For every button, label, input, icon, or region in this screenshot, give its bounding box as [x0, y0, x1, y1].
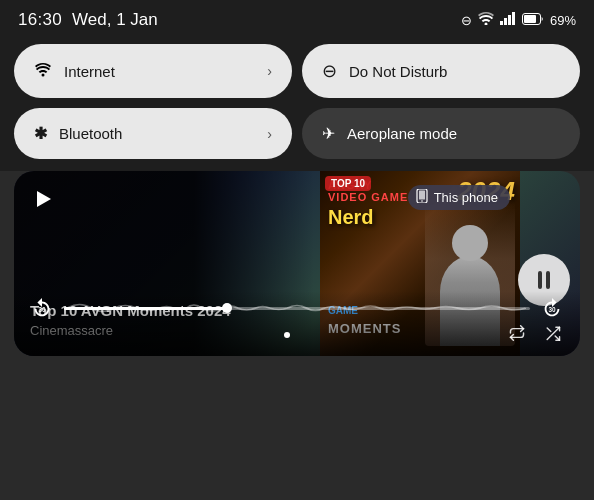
svg-text:30: 30 — [38, 306, 46, 313]
phone-icon — [416, 189, 428, 206]
bluetooth-chevron: › — [267, 126, 272, 142]
wifi-status-icon — [478, 12, 494, 28]
bluetooth-tile-label: Bluetooth — [59, 125, 122, 142]
pause-bar-left — [538, 271, 542, 289]
progress-bar[interactable] — [64, 307, 530, 310]
media-controls: 30 — [14, 291, 580, 356]
play-indicator — [30, 185, 58, 213]
svg-rect-11 — [419, 191, 425, 200]
progress-row: 30 — [28, 297, 566, 319]
dnd-icon: ⊖ — [461, 13, 472, 28]
dot-1 — [284, 332, 290, 338]
skip-forward-button[interactable]: 30 — [538, 297, 566, 319]
svg-point-0 — [484, 23, 487, 26]
svg-rect-3 — [508, 15, 511, 25]
status-right: ⊖ — [461, 12, 576, 28]
media-top-row — [30, 185, 298, 213]
bottom-controls-row — [28, 325, 566, 346]
dnd-tile[interactable]: ⊖ Do Not Disturb — [302, 44, 580, 98]
pause-icon — [538, 271, 550, 289]
nerd-text: Nerd — [328, 206, 374, 229]
svg-point-8 — [42, 73, 45, 76]
internet-tile-label: Internet — [64, 63, 115, 80]
extra-controls — [508, 325, 562, 346]
this-phone-badge[interactable]: This phone — [408, 185, 510, 210]
waveform — [64, 298, 530, 318]
svg-marker-9 — [37, 191, 51, 207]
svg-rect-1 — [500, 21, 503, 25]
bluetooth-tile-icon: ✱ — [34, 124, 47, 143]
progress-dot — [222, 303, 232, 313]
dot-indicator — [284, 332, 290, 340]
dnd-tile-icon: ⊖ — [322, 60, 337, 82]
svg-rect-2 — [504, 18, 507, 25]
screen: 16:30 Wed, 1 Jan ⊖ — [0, 0, 594, 500]
wifi-tile-icon — [34, 62, 52, 81]
status-date: Wed, 1 Jan — [72, 10, 158, 30]
repeat-button[interactable] — [508, 325, 526, 346]
pause-bar-right — [546, 271, 550, 289]
svg-text:30: 30 — [548, 306, 556, 313]
top10-badge: TOP 10 — [325, 176, 371, 191]
aeroplane-tile-label: Aeroplane mode — [347, 125, 457, 142]
status-time: 16:30 — [18, 10, 62, 30]
tiles-row-2: ✱ Bluetooth › ✈ Aeroplane mode — [14, 108, 580, 159]
dnd-tile-label: Do Not Disturb — [349, 63, 447, 80]
plane-tile-icon: ✈ — [322, 124, 335, 143]
media-player: ANGRYVIDEO GAME Nerd Game MOMENTS 2024 T… — [14, 171, 580, 356]
svg-rect-4 — [512, 12, 515, 25]
internet-tile[interactable]: Internet › — [14, 44, 292, 98]
bluetooth-tile[interactable]: ✱ Bluetooth › — [14, 108, 292, 159]
tiles-row-1: Internet › ⊖ Do Not Disturb — [14, 44, 580, 98]
quick-tiles-area: Internet › ⊖ Do Not Disturb ✱ Bluetooth — [0, 36, 594, 171]
internet-chevron: › — [267, 63, 272, 79]
battery-percent: 69% — [550, 13, 576, 28]
battery-icon — [522, 12, 544, 28]
status-left: 16:30 Wed, 1 Jan — [18, 10, 158, 30]
svg-rect-6 — [524, 15, 536, 23]
aeroplane-tile[interactable]: ✈ Aeroplane mode — [302, 108, 580, 159]
svg-point-12 — [421, 200, 423, 202]
skip-back-button[interactable]: 30 — [28, 297, 56, 319]
this-phone-label: This phone — [434, 190, 498, 205]
shuffle-button[interactable] — [544, 325, 562, 346]
status-bar: 16:30 Wed, 1 Jan ⊖ — [0, 0, 594, 36]
signal-icon — [500, 12, 516, 28]
